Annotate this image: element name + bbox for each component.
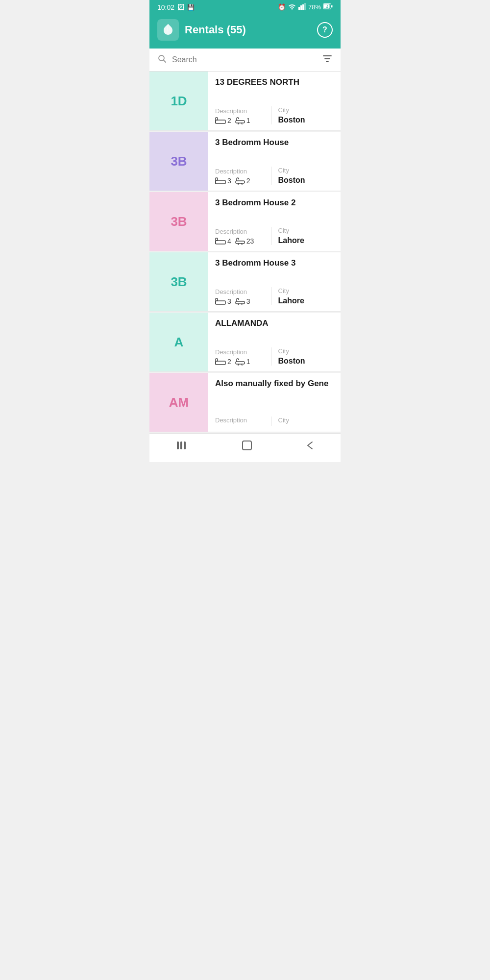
back-button[interactable] — [305, 440, 314, 454]
bath-icon: 1 — [235, 117, 250, 124]
description-section: Description 2 1 — [215, 348, 271, 366]
city-section: City Lahore — [271, 227, 334, 245]
svg-rect-28 — [216, 361, 225, 365]
rental-info: 3 Bedromm House Description 3 — [208, 132, 341, 191]
description-label: Description — [215, 228, 271, 235]
description-section: Description 2 1 — [215, 107, 271, 124]
bed-icon: 3 — [215, 177, 231, 185]
rental-card[interactable]: A ALLAMANDA Description 2 — [149, 313, 341, 372]
description-section: Description — [215, 416, 271, 426]
bottom-navigation — [149, 433, 341, 462]
svg-rect-18 — [216, 241, 225, 244]
rental-thumbnail: 3B — [149, 132, 208, 191]
rental-details: Description 3 3 — [215, 272, 334, 305]
rental-details: Description 4 23 — [215, 212, 334, 245]
rental-card[interactable]: 3B 3 Bedromm House 3 Description 3 — [149, 252, 341, 312]
city-value: Lahore — [278, 236, 334, 245]
city-label: City — [278, 167, 334, 174]
svg-line-26 — [238, 304, 239, 305]
photo-icon: 🖼 — [177, 3, 184, 11]
city-value: Lahore — [278, 296, 334, 305]
rental-initials: 1D — [171, 94, 187, 109]
svg-rect-36 — [243, 441, 251, 450]
status-right: ⏰ 78% — [278, 3, 333, 11]
svg-rect-24 — [216, 298, 218, 301]
rental-info: ALLAMANDA Description 2 — [208, 313, 341, 371]
help-button[interactable]: ? — [317, 22, 333, 38]
bath-icon: 1 — [235, 358, 250, 366]
rental-card[interactable]: 3B 3 Bedromm House 2 Description 4 — [149, 192, 341, 251]
city-label: City — [278, 287, 334, 294]
rental-details: Description 2 1 — [215, 332, 334, 366]
rental-initials: 3B — [171, 214, 187, 229]
alarm-icon: ⏰ — [278, 3, 286, 11]
svg-rect-0 — [298, 7, 300, 10]
search-input[interactable] — [172, 55, 317, 64]
rental-details: Description 2 1 — [215, 91, 334, 124]
rental-list: 1D 13 DEGREES NORTH Description 2 — [149, 72, 341, 432]
rental-info: 13 DEGREES NORTH Description 2 — [208, 72, 341, 130]
svg-rect-1 — [300, 5, 302, 10]
rental-card[interactable]: 1D 13 DEGREES NORTH Description 2 — [149, 72, 341, 131]
rental-info: Also manually fixed by Gene Description … — [208, 373, 341, 432]
amenities-icons: 4 23 — [215, 237, 271, 245]
city-label: City — [278, 227, 334, 234]
svg-rect-14 — [216, 178, 218, 180]
description-label: Description — [215, 168, 271, 175]
city-label: City — [278, 106, 334, 114]
app-header: Rentals (55) ? — [149, 14, 341, 49]
city-label: City — [278, 347, 334, 355]
filter-icon[interactable] — [322, 53, 333, 66]
header-left: Rentals (55) — [157, 19, 246, 41]
svg-rect-2 — [302, 4, 304, 10]
svg-rect-35 — [184, 441, 186, 449]
rental-initials: A — [174, 335, 184, 350]
description-label: Description — [215, 107, 271, 115]
description-section: Description 3 3 — [215, 288, 271, 305]
description-label: Description — [215, 416, 271, 424]
svg-line-22 — [242, 244, 242, 245]
rental-name: 3 Bedromm House 3 — [215, 258, 334, 268]
rental-thumbnail: A — [149, 313, 208, 371]
battery-icon — [323, 3, 333, 11]
rental-card[interactable]: AM Also manually fixed by Gene Descripti… — [149, 373, 341, 432]
bed-icon: 4 — [215, 237, 231, 245]
rental-name: Also manually fixed by Gene — [215, 379, 334, 389]
rental-thumbnail: 1D — [149, 72, 208, 130]
svg-rect-33 — [177, 441, 179, 449]
save-icon: 💾 — [187, 4, 195, 11]
svg-rect-13 — [216, 180, 225, 184]
home-button[interactable] — [241, 440, 253, 454]
amenities-icons: 2 1 — [215, 117, 271, 124]
description-label: Description — [215, 288, 271, 295]
rental-thumbnail: AM — [149, 373, 208, 432]
svg-rect-8 — [216, 120, 225, 123]
menu-button[interactable] — [176, 441, 189, 453]
city-section: City Boston — [271, 106, 334, 124]
svg-rect-34 — [180, 441, 182, 449]
svg-rect-3 — [304, 3, 306, 10]
rental-details: Description 3 2 — [215, 151, 334, 185]
bed-icon: 2 — [215, 358, 231, 366]
city-section: City — [271, 416, 334, 426]
amenities-icons: 3 3 — [215, 297, 271, 305]
signal-icon — [298, 3, 306, 11]
svg-point-7 — [159, 55, 164, 61]
city-section: City Boston — [271, 347, 334, 366]
wifi-icon — [288, 3, 296, 11]
svg-rect-29 — [216, 359, 218, 361]
rental-info: 3 Bedromm House 3 Description 3 — [208, 252, 341, 311]
rental-thumbnail: 3B — [149, 192, 208, 251]
city-section: City Boston — [271, 167, 334, 185]
city-value: Boston — [278, 116, 334, 124]
bed-icon: 3 — [215, 297, 231, 305]
bath-icon: 23 — [235, 237, 254, 245]
svg-rect-19 — [216, 238, 218, 241]
rental-card[interactable]: 3B 3 Bedromm House Description 3 — [149, 132, 341, 191]
description-label: Description — [215, 348, 271, 356]
search-icon — [157, 54, 167, 66]
svg-line-27 — [242, 304, 242, 305]
city-value: Boston — [278, 357, 334, 366]
rental-initials: 3B — [171, 274, 187, 290]
svg-rect-6 — [331, 5, 333, 8]
